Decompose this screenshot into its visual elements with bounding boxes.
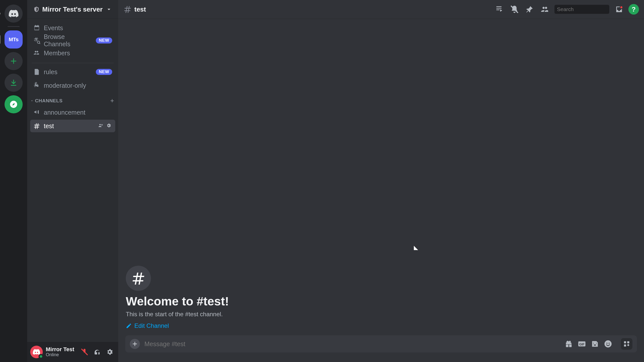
chat-header: test ? — [118, 0, 644, 19]
hash-icon — [126, 266, 151, 291]
search-input[interactable] — [557, 6, 623, 12]
discover-button[interactable] — [5, 95, 23, 113]
members-label: Members — [44, 50, 70, 57]
gif-button[interactable]: GIF — [578, 340, 586, 348]
mute-button[interactable] — [79, 346, 90, 357]
download-apps-button[interactable] — [5, 74, 23, 92]
server-name: Mirror Test's server — [42, 6, 106, 13]
member-list-button[interactable] — [539, 4, 550, 15]
compass-icon — [9, 100, 18, 109]
channel-label: announcement — [44, 109, 85, 116]
hash-icon — [33, 122, 40, 129]
channel-moderator-only[interactable]: moderator-only — [30, 79, 115, 92]
server-rail: MTs — [0, 0, 27, 362]
plus-icon — [131, 340, 138, 347]
search-box[interactable] — [554, 5, 609, 14]
svg-point-5 — [609, 343, 610, 344]
pencil-icon — [126, 323, 132, 329]
message-input[interactable] — [144, 340, 560, 348]
channel-announcement[interactable]: announcement — [30, 106, 115, 119]
welcome-subtitle: This is the start of the #test channel. — [126, 311, 229, 318]
threads-button[interactable] — [494, 4, 505, 15]
gear-icon[interactable] — [106, 123, 112, 129]
server-header[interactable]: Mirror Test's server — [27, 0, 118, 19]
events-row[interactable]: Events — [30, 22, 115, 34]
emoji-button[interactable] — [604, 340, 612, 348]
home-button[interactable] — [5, 5, 23, 23]
attach-button[interactable] — [130, 339, 140, 349]
online-status-dot — [38, 354, 44, 359]
channel-title: test — [134, 6, 146, 13]
browse-channels-row[interactable]: Browse Channels NEW — [30, 34, 115, 47]
chevron-down-icon — [30, 99, 34, 102]
user-avatar[interactable] — [30, 346, 43, 358]
rail-divider — [8, 26, 20, 27]
rules-icon — [33, 68, 40, 75]
user-panel: Mirror Test Online — [27, 342, 118, 362]
channel-sidebar: Mirror Test's server Events Browse Chann… — [27, 0, 118, 362]
members-icon — [33, 50, 40, 57]
message-composer: GIF — [125, 335, 637, 352]
hash-icon — [123, 5, 132, 14]
channel-welcome: Welcome to #test! This is the start of t… — [123, 266, 231, 329]
channel-label: test — [44, 122, 54, 130]
category-channels[interactable]: CHANNELS + — [27, 92, 118, 106]
notification-dot — [620, 6, 623, 9]
calendar-icon — [33, 24, 40, 31]
edit-channel-label: Edit Channel — [134, 322, 169, 329]
browse-icon — [33, 37, 40, 44]
svg-text:GIF: GIF — [579, 342, 584, 346]
cursor-icon: ◣ — [414, 244, 418, 251]
hash-lock-icon — [33, 82, 40, 89]
announcement-icon — [33, 109, 40, 116]
apps-icon — [623, 340, 630, 347]
inbox-button[interactable] — [614, 4, 624, 15]
create-channel-button[interactable]: + — [110, 97, 114, 105]
boost-icon — [33, 6, 40, 13]
deafen-button[interactable] — [92, 346, 103, 357]
chevron-down-icon — [106, 6, 112, 13]
notifications-button[interactable] — [509, 4, 520, 15]
message-area: ◣ Welcome to #test! This is the start of… — [118, 19, 644, 335]
category-label: CHANNELS — [35, 98, 63, 104]
chat-main: test ? ◣ Welcome to #test! This is the s… — [118, 0, 644, 362]
svg-rect-7 — [627, 341, 629, 343]
pinned-button[interactable] — [524, 4, 535, 15]
download-icon — [9, 78, 18, 87]
help-button[interactable]: ? — [628, 4, 639, 15]
edit-channel-link[interactable]: Edit Channel — [126, 322, 169, 329]
username: Mirror Test — [46, 346, 76, 352]
server-initials: MTs — [9, 36, 19, 42]
channel-label: rules — [44, 68, 57, 76]
channel-label: moderator-only — [44, 82, 86, 89]
add-server-button[interactable] — [5, 52, 23, 70]
svg-rect-6 — [624, 341, 626, 343]
new-badge: NEW — [96, 69, 112, 75]
invite-icon[interactable] — [98, 123, 104, 129]
channel-test[interactable]: test — [30, 120, 115, 132]
user-settings-button[interactable] — [104, 346, 115, 357]
gift-button[interactable] — [565, 340, 573, 348]
welcome-title: Welcome to #test! — [126, 294, 229, 308]
channel-rules[interactable]: rules NEW — [30, 66, 115, 78]
apps-button[interactable] — [621, 338, 632, 350]
svg-point-3 — [605, 340, 612, 347]
browse-label: Browse Channels — [44, 33, 89, 48]
plus-icon — [9, 57, 18, 66]
svg-point-4 — [607, 343, 608, 344]
svg-rect-8 — [624, 344, 626, 346]
events-label: Events — [44, 24, 63, 32]
user-status: Online — [46, 352, 76, 357]
discord-logo-icon — [9, 9, 19, 19]
server-mirror-test[interactable]: MTs — [5, 30, 23, 49]
sidebar-separator — [32, 63, 114, 63]
svg-point-0 — [37, 41, 39, 43]
new-badge: NEW — [96, 37, 112, 43]
members-row[interactable]: Members — [30, 47, 115, 59]
sticker-button[interactable] — [591, 340, 599, 348]
